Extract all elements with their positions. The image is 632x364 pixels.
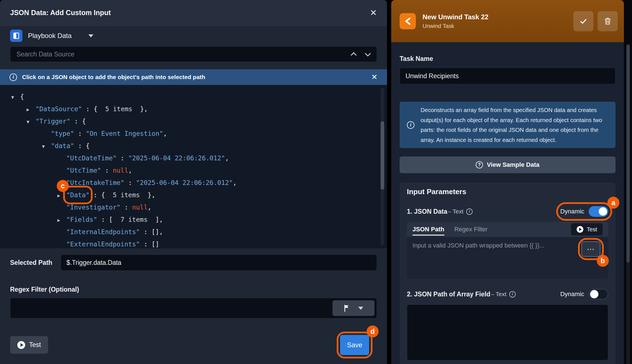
json-token: ,	[233, 179, 237, 186]
json-tree-line[interactable]: ▼"Trigger" : {	[0, 115, 387, 127]
json-token: "2025-06-04 22:06:26.012"	[136, 179, 233, 186]
task-name-input[interactable]	[400, 68, 616, 84]
json-token: ,	[128, 167, 132, 174]
task-description-box: i Deconstructs an array field from the s…	[400, 102, 616, 148]
json-tree-line[interactable]: ▶"Data"c : { 5 items },	[0, 189, 387, 201]
annotation-badge-d: d	[367, 325, 379, 337]
more-options-container: ⋯ b	[581, 241, 600, 257]
data-source-dropdown[interactable]: Playbook Data	[0, 26, 387, 42]
task-panel: New Unwind Task 22 Unwind Task Task Name…	[391, 0, 632, 364]
dynamic-toggle-off[interactable]	[589, 289, 608, 299]
collapse-arrow-icon[interactable]: ▼	[27, 116, 36, 128]
json-key[interactable]: "Trigger"	[36, 118, 70, 125]
json-token: : {	[82, 105, 105, 113]
task-name-label: Task Name	[400, 55, 616, 63]
collapse-arrow-icon[interactable]: ▼	[11, 91, 20, 103]
close-icon[interactable]: ✕	[370, 9, 377, 17]
array-field-textarea[interactable]	[407, 304, 608, 360]
json-token: : [	[97, 216, 121, 223]
test-button[interactable]: Test	[10, 336, 48, 354]
json-viewer: ▼{▶"DataSource" : { 5 items },▼"Trigger"…	[0, 85, 387, 248]
view-sample-data-button[interactable]: ? View Sample Data	[400, 156, 616, 173]
param-test-button[interactable]: Test	[571, 223, 603, 235]
save-button[interactable]: Save	[340, 335, 369, 355]
json-key[interactable]: "Investigator"	[66, 204, 121, 211]
param-1-dynamic-control: Dynamic a	[560, 206, 608, 217]
json-token: : {	[89, 191, 113, 199]
collapse-arrow-icon[interactable]: ▼	[42, 140, 51, 153]
annotation-ring-d: Save d	[340, 335, 369, 355]
search-input[interactable]	[10, 46, 377, 62]
task-body: Task Name i Deconstructs an array field …	[391, 42, 624, 364]
json-key[interactable]: "data"	[51, 142, 74, 149]
json-tree-line[interactable]: "Investigator" : null,	[0, 201, 387, 213]
tab-json-path[interactable]: JSON Path	[412, 226, 444, 233]
annotation-ring-b: ⋯ b	[581, 241, 600, 257]
chevron-down-icon	[358, 307, 363, 310]
json-token: : {	[74, 142, 89, 149]
confirm-button[interactable]	[573, 11, 593, 31]
json-tree-line[interactable]: ▼"data" : {	[0, 140, 387, 152]
param-1-row: 1. JSON Data – Text i Dynamic a	[407, 206, 608, 217]
json-tree-line[interactable]: "ExternalEndpoints" : []	[0, 238, 387, 248]
json-token: ,	[225, 154, 229, 162]
json-key[interactable]: "type"	[51, 130, 74, 137]
task-title: New Unwind Task 22	[423, 13, 569, 21]
delete-button[interactable]	[598, 11, 618, 31]
search-navigation	[352, 46, 369, 62]
json-token: 7 items	[121, 216, 148, 223]
annotation-badge-c: c	[57, 180, 69, 192]
json-key[interactable]: "Data"	[66, 191, 89, 199]
more-options-button[interactable]: ⋯	[581, 241, 600, 257]
selected-path-input[interactable]	[61, 254, 377, 271]
task-description-text: Deconstructs an array field from the spe…	[421, 105, 608, 145]
json-key[interactable]: "DataSource"	[36, 105, 82, 113]
json-key[interactable]: "UtcIntakeTime"	[66, 179, 124, 186]
json-token: 5 items	[105, 105, 132, 113]
json-token: },	[140, 191, 155, 199]
json-tree-line[interactable]: "type" : "On Event Ingestion",	[0, 127, 387, 140]
json-tree-line[interactable]: "UtcDateTime" : "2025-06-04 22:06:26.012…	[0, 152, 387, 164]
tab-regex-filter[interactable]: Regex Filter	[454, 226, 488, 233]
json-scrollbar-thumb[interactable]	[381, 121, 384, 190]
json-key[interactable]: "Fields"	[66, 216, 97, 223]
info-banner-text: Click on a JSON object to add the object…	[22, 74, 366, 80]
annotation-badge-b: b	[597, 255, 609, 267]
json-key[interactable]: "UtcDateTime"	[66, 154, 117, 162]
param-test-label: Test	[587, 226, 597, 233]
task-header: New Unwind Task 22 Unwind Task	[391, 0, 624, 42]
param-2-dynamic-control: Dynamic	[560, 289, 608, 299]
json-token: :	[121, 204, 132, 211]
info-icon[interactable]: i	[509, 291, 516, 298]
param-1-tabs: JSON Path Regex Filter Test	[407, 222, 608, 237]
dynamic-label: Dynamic	[560, 291, 584, 298]
app-root: JSON Data: Add Custom Input ✕ Playbook D…	[0, 0, 632, 364]
input-parameters-heading: Input Parameters	[407, 187, 608, 196]
regex-flags-button[interactable]	[332, 300, 374, 316]
scrollbar-thumb[interactable]	[626, 45, 630, 263]
info-icon[interactable]: i	[466, 208, 473, 215]
json-token: :	[101, 167, 113, 174]
json-key[interactable]: "ExternalEndpoints"	[66, 241, 140, 248]
expand-arrow-icon[interactable]: ▶	[57, 214, 66, 226]
json-tree-line[interactable]: "UtcTime" : null,	[0, 164, 387, 177]
dynamic-toggle-on[interactable]	[589, 206, 608, 217]
json-tree-line[interactable]: ▼{	[0, 91, 387, 103]
json-tree-line[interactable]: ▶"DataSource" : { 5 items },	[0, 103, 387, 115]
banner-close-icon[interactable]: ✕	[371, 73, 378, 81]
task-titles: New Unwind Task 22 Unwind Task	[423, 13, 569, 29]
json-key[interactable]: "InternalEndpoints"	[66, 228, 140, 235]
regex-filter-input[interactable]	[10, 298, 377, 318]
json-tree-line[interactable]: "InternalEndpoints" : [],	[0, 226, 387, 238]
info-icon: i	[10, 73, 17, 81]
expand-arrow-icon[interactable]: ▶	[27, 103, 36, 116]
unwind-task-icon	[400, 13, 416, 29]
json-path-textarea[interactable]	[407, 237, 608, 279]
json-token: "2025-06-04 22:06:26.012"	[128, 154, 225, 162]
json-token: : {	[70, 118, 86, 125]
json-token: null	[132, 204, 147, 211]
json-key[interactable]: "UtcTime"	[66, 167, 101, 174]
check-icon	[579, 17, 588, 25]
json-tree-line[interactable]: ▶"Fields" : [ 7 items ],	[0, 213, 387, 226]
annotation-badge-a: a	[607, 197, 619, 209]
